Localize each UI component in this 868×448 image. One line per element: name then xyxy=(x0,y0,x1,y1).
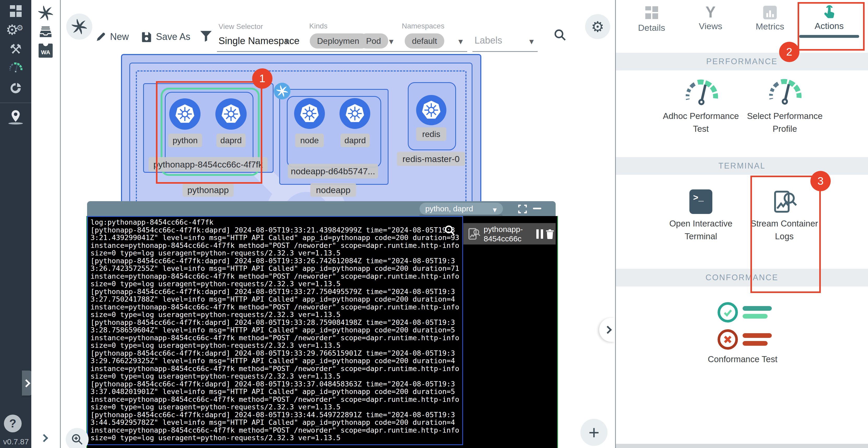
image-search-icon xyxy=(467,227,480,241)
app-rail-item-dapr[interactable] xyxy=(31,4,60,23)
sidebar-item-dashboard[interactable] xyxy=(0,2,31,20)
fullscreen-icon xyxy=(518,204,527,214)
location-pin-icon xyxy=(8,109,23,124)
terminal-window: log:pythonapp-8454cc66c-4f7fk [pythonapp… xyxy=(86,216,558,448)
app-rail-item-webassembly[interactable]: WA xyxy=(31,41,60,60)
container-daprd-node[interactable] xyxy=(339,98,370,129)
chevron-right-icon xyxy=(603,326,612,334)
filter-button[interactable] xyxy=(199,29,213,44)
container-node[interactable] xyxy=(294,98,325,129)
annotation-rect-3 xyxy=(750,176,821,293)
container-selector-arrow-icon[interactable]: ▾ xyxy=(493,205,497,214)
x-icon xyxy=(723,335,733,344)
labels-input[interactable]: Labels xyxy=(474,35,502,46)
dapr-badge xyxy=(274,83,290,99)
add-button[interactable]: + xyxy=(580,419,608,446)
app-label: pythonapp xyxy=(183,183,234,197)
namespace-chip-default[interactable]: default xyxy=(405,33,444,49)
select-performance-profile-button[interactable] xyxy=(764,76,806,108)
container-selector-value: python, daprd xyxy=(425,204,473,213)
sidebar-item-settings[interactable]: ⚙⚙ xyxy=(0,20,31,39)
select-performance-profile-label: Select Performance Profile xyxy=(743,110,827,135)
pause-icon xyxy=(541,229,543,239)
question-mark-icon: ? xyxy=(9,417,17,430)
container-redis[interactable] xyxy=(416,95,446,125)
log-output[interactable]: log:pythonapp-8454cc66c-4f7fk [pythonapp… xyxy=(87,216,463,445)
log-search-icon[interactable] xyxy=(444,225,456,236)
conformance-section-header: CONFORMANCE xyxy=(616,269,868,287)
tab-details-label: Details xyxy=(627,23,676,33)
sidebar-item-performance[interactable] xyxy=(0,58,31,77)
metrics-icon xyxy=(763,6,777,19)
search-button[interactable] xyxy=(553,28,567,43)
settings-button[interactable]: ⚙ xyxy=(585,14,610,39)
conformance-test-button[interactable] xyxy=(718,302,772,350)
magnifier-plus-icon xyxy=(71,433,84,446)
tab-views-label: Views xyxy=(686,21,735,31)
tab-views[interactable]: Y Views xyxy=(686,3,735,31)
sidebar-item-analytics[interactable] xyxy=(0,79,31,97)
annotation-badge-3: 3 xyxy=(810,171,831,191)
rail-expand-button[interactable] xyxy=(41,435,47,442)
check-icon xyxy=(722,307,733,318)
mesh-button[interactable] xyxy=(66,13,92,40)
search-icon xyxy=(553,28,567,42)
mesh-icon xyxy=(72,19,87,34)
save-as-button[interactable]: Save As xyxy=(141,30,190,43)
view-selector-label: View Selector xyxy=(218,23,263,31)
gears-icon: ⚙⚙ xyxy=(6,22,25,38)
new-button-label: New xyxy=(110,31,129,42)
container-label: daprd xyxy=(341,133,370,147)
namespaces-arrow-icon[interactable]: ▾ xyxy=(458,36,463,47)
chevron-right-icon xyxy=(40,434,48,442)
trash-icon[interactable] xyxy=(545,229,555,239)
dapr-spiral-icon xyxy=(276,85,288,97)
kind-chip-pod[interactable]: Pod xyxy=(359,33,388,49)
new-button[interactable]: New xyxy=(95,30,129,43)
plus-icon: + xyxy=(588,422,599,443)
sidebar-divider xyxy=(0,102,31,103)
pod-label: redis-master-0 xyxy=(397,152,465,166)
annotation-badge-2: 2 xyxy=(779,42,799,62)
pause-stream-button[interactable] xyxy=(536,229,543,239)
open-interactive-terminal-button[interactable]: >_ xyxy=(689,189,712,214)
gear-icon: ⚙ xyxy=(591,18,604,35)
app-version: v0.7.87 xyxy=(3,437,29,446)
sidebar-item-locations[interactable] xyxy=(0,108,31,126)
panel-collapse-handle[interactable] xyxy=(599,318,615,342)
terminal-fullscreen-button[interactable] xyxy=(518,204,527,215)
pod-label: nodeapp-d64b5747... xyxy=(288,164,378,178)
labels-arrow-icon[interactable]: ▾ xyxy=(529,36,534,47)
annotation-rect-1 xyxy=(156,81,262,184)
kinds-arrow-icon[interactable]: ▾ xyxy=(389,36,394,47)
container-selector[interactable]: python, daprd xyxy=(420,203,503,215)
log-stream-item[interactable]: pythonapp- 8454cc66c xyxy=(463,223,556,244)
open-interactive-terminal-label: Open Interactive Terminal xyxy=(659,217,743,243)
terminal-minimize-button[interactable] xyxy=(533,208,541,209)
app-rail-item-archive[interactable] xyxy=(31,23,60,41)
kubernetes-icon xyxy=(344,103,366,124)
adhoc-performance-test-button[interactable] xyxy=(681,76,722,108)
zoom-in-button[interactable] xyxy=(66,428,89,448)
inbox-icon xyxy=(39,25,53,39)
gauge-icon xyxy=(681,76,722,107)
annotation-rect-2 xyxy=(798,2,865,51)
namespaces-label: Namespaces xyxy=(402,22,444,30)
stream-pod-name: pythonapp- 8454cc66c xyxy=(484,225,523,243)
gauge-icon xyxy=(7,61,24,73)
help-button[interactable]: ? xyxy=(4,415,22,432)
tab-metrics[interactable]: Metrics xyxy=(745,6,795,32)
app-rail xyxy=(31,0,61,448)
horizontal-scrollbar[interactable] xyxy=(616,444,868,448)
pie-chart-icon xyxy=(9,81,23,95)
sidebar-item-tools[interactable]: ⚒ xyxy=(0,40,31,58)
view-selector-arrow-icon[interactable]: ▾ xyxy=(285,36,289,47)
terminal-section-header: TERMINAL xyxy=(616,157,868,175)
container-label: redis xyxy=(416,127,446,141)
sidebar-expand-tab[interactable] xyxy=(22,370,32,395)
pencil-icon xyxy=(95,31,106,42)
log-stream-list: pythonapp- 8454cc66c xyxy=(463,216,556,447)
dapr-spiral-icon xyxy=(38,6,53,20)
tab-details[interactable]: Details xyxy=(627,6,676,33)
adhoc-performance-test-label: Adhoc Performance Test xyxy=(659,110,743,135)
